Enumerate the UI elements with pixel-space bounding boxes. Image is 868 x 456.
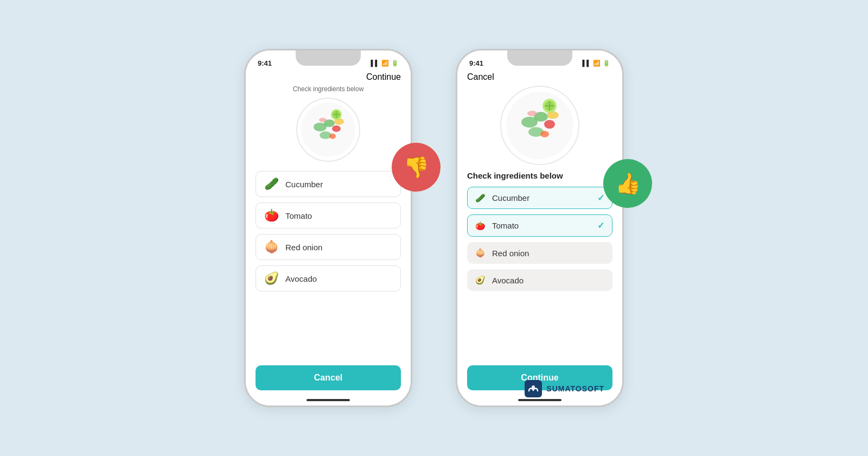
svg-point-1: [301, 103, 355, 157]
avocado-label-bad: Avocado: [285, 274, 317, 283]
cucumber-emoji-bad: 🥒: [264, 177, 279, 191]
check-label-bad: Check ingredients below: [256, 85, 401, 93]
bad-screen-content: Continue Check ingredients below: [246, 70, 411, 406]
signal-icon: ▌▌: [371, 60, 379, 66]
tomato-emoji-bad: 🍅: [264, 208, 279, 223]
notch-good: [507, 50, 572, 66]
svg-point-19: [540, 131, 549, 137]
time-good: 9:41: [469, 59, 483, 67]
good-top-nav: Cancel: [467, 70, 612, 85]
good-phone: 9:41 ▌▌ 📶 🔋 Cancel: [456, 49, 624, 407]
tomato-label-good: Tomato: [492, 221, 519, 230]
food-image-bad: [256, 97, 401, 162]
continue-link-bad[interactable]: Continue: [366, 72, 401, 82]
ingredient-cucumber-bad[interactable]: 🥒 Cucumber: [256, 171, 401, 197]
thumbs-down-icon: 👎: [404, 155, 429, 179]
ingredient-tomato-bad[interactable]: 🍅 Tomato: [256, 202, 401, 229]
bad-top-nav: Continue: [256, 70, 401, 85]
svg-point-21: [527, 111, 537, 116]
avocado-label-good: Avocado: [492, 276, 524, 285]
ingredient-redonion-good[interactable]: 🧅 Red onion: [467, 242, 612, 264]
redonion-emoji-bad: 🧅: [264, 240, 279, 254]
cucumber-check-good: ✓: [597, 193, 604, 203]
cucumber-emoji-good: 🥒: [475, 193, 486, 203]
wifi-icon: 📶: [381, 60, 389, 67]
svg-point-5: [332, 125, 341, 132]
notch: [296, 50, 361, 66]
logo-svg-icon: [525, 380, 542, 397]
ingredient-tomato-good[interactable]: 🍅 Tomato ✓: [467, 214, 612, 237]
status-icons-bad: ▌▌ 📶 🔋: [371, 60, 399, 67]
svg-point-8: [319, 118, 327, 122]
logo-text: SUMATOSOFT: [546, 384, 604, 393]
svg-point-27: [532, 385, 535, 389]
food-image-good: [467, 85, 612, 166]
ingredient-list-good: 🥒 Cucumber ✓ 🍅 Tomato ✓ 🧅 Red onion: [467, 187, 612, 291]
thumbs-down-badge: 👎: [392, 143, 441, 192]
avocado-emoji-bad: 🥑: [264, 271, 279, 286]
status-icons-good: ▌▌ 📶 🔋: [582, 60, 610, 67]
battery-icon-good: 🔋: [603, 60, 610, 67]
ingredient-cucumber-good[interactable]: 🥒 Cucumber ✓: [467, 187, 612, 209]
cancel-button-bad[interactable]: Cancel: [256, 365, 401, 390]
ingredient-redonion-bad[interactable]: 🧅 Red onion: [256, 234, 401, 260]
thumbs-up-badge: 👍: [603, 159, 652, 208]
cucumber-label-bad: Cucumber: [285, 180, 323, 189]
sumatosoft-logo: SUMATOSOFT: [525, 380, 604, 397]
ingredient-avocado-good[interactable]: 🥑 Avocado: [467, 269, 612, 291]
cucumber-label-good: Cucumber: [492, 193, 529, 202]
ingredient-list-bad: 🥒 Cucumber 🍅 Tomato 🧅 Red onion 🥑 Avocad…: [256, 171, 401, 292]
svg-point-18: [544, 120, 555, 129]
battery-icon: 🔋: [391, 60, 399, 67]
svg-point-6: [329, 134, 336, 139]
avocado-emoji-good: 🥑: [475, 275, 486, 285]
wifi-icon-good: 📶: [593, 60, 601, 67]
time-bad: 9:41: [258, 59, 272, 67]
redonion-emoji-good: 🧅: [475, 248, 486, 258]
scene: 9:41 ▌▌ 📶 🔋 Continue Check ingredients b…: [244, 49, 624, 407]
tomato-emoji-good: 🍅: [475, 221, 486, 231]
thumbs-up-icon: 👍: [615, 172, 641, 195]
cancel-link-good[interactable]: Cancel: [467, 72, 494, 82]
bad-phone: 9:41 ▌▌ 📶 🔋 Continue Check ingredients b…: [244, 49, 412, 407]
redonion-label-good: Red onion: [492, 249, 529, 258]
check-label-good: Check ingredients below: [467, 171, 612, 180]
tomato-label-bad: Tomato: [285, 211, 312, 220]
home-bar-bad: [307, 399, 350, 401]
redonion-label-bad: Red onion: [285, 243, 322, 252]
ingredient-avocado-bad[interactable]: 🥑 Avocado: [256, 265, 401, 292]
signal-icon-good: ▌▌: [582, 60, 591, 66]
svg-point-14: [506, 92, 573, 159]
home-bar-good: [518, 399, 561, 401]
good-screen-content: Cancel: [457, 70, 622, 406]
tomato-check-good: ✓: [597, 220, 604, 231]
